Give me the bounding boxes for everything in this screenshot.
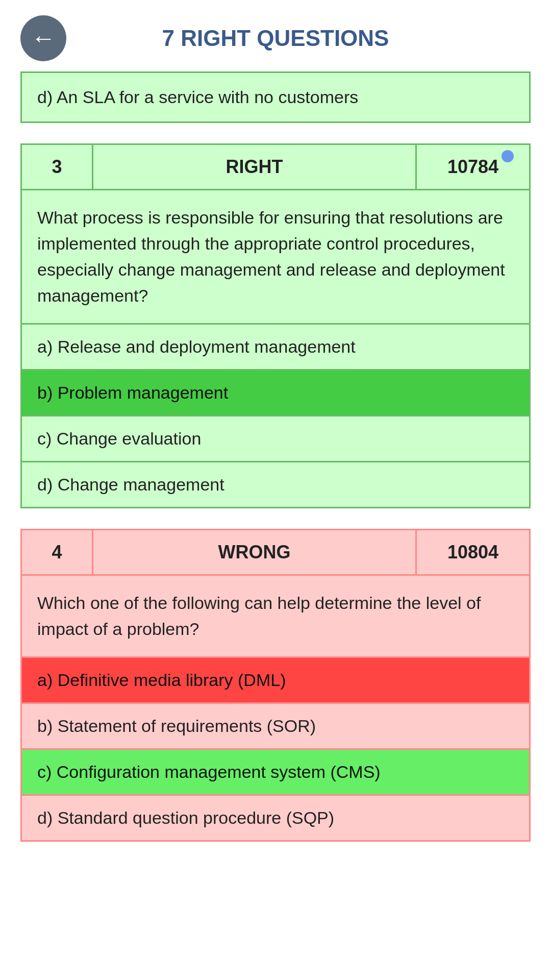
- question-3-header: 3 RIGHT 10784: [22, 145, 529, 190]
- question-4-option-c[interactable]: c) Configuration management system (CMS): [22, 750, 529, 796]
- question-3-option-a[interactable]: a) Release and deployment management: [22, 325, 529, 371]
- question-4-id: 10804: [417, 530, 529, 574]
- header: ← 7 RIGHT QUESTIONS: [0, 0, 551, 71]
- prev-answer-card: d) An SLA for a service with no customer…: [20, 71, 531, 123]
- question-3-id: 10784: [417, 145, 529, 189]
- question-4-status: WRONG: [93, 530, 417, 574]
- question-3-option-b[interactable]: b) Problem management: [22, 371, 529, 416]
- page-title: 7 RIGHT QUESTIONS: [66, 26, 485, 51]
- question-4-number: 4: [22, 530, 93, 574]
- question-3-option-c[interactable]: c) Change evaluation: [22, 416, 529, 462]
- question-3-body: What process is responsible for ensuring…: [22, 190, 529, 325]
- question-3-number: 3: [22, 145, 93, 189]
- question-4-option-a[interactable]: a) Definitive media library (DML): [22, 658, 529, 704]
- question-4-body: Which one of the following can help dete…: [22, 576, 529, 658]
- back-button[interactable]: ←: [20, 15, 66, 61]
- question-4-option-b[interactable]: b) Statement of requirements (SOR): [22, 704, 529, 750]
- question-card-4: 4 WRONG 10804 Which one of the following…: [20, 529, 531, 842]
- question-4-option-d[interactable]: d) Standard question procedure (SQP): [22, 796, 529, 840]
- question-card-3: 3 RIGHT 10784 What process is responsibl…: [20, 143, 531, 508]
- content-area: d) An SLA for a service with no customer…: [0, 71, 551, 842]
- prev-answer-text: d) An SLA for a service with no customer…: [37, 87, 358, 107]
- question-3-dot-icon: [502, 150, 514, 162]
- question-4-header: 4 WRONG 10804: [22, 530, 529, 576]
- question-3-status: RIGHT: [93, 145, 417, 189]
- question-3-option-d[interactable]: d) Change management: [22, 462, 529, 507]
- back-arrow-icon: ←: [31, 26, 56, 51]
